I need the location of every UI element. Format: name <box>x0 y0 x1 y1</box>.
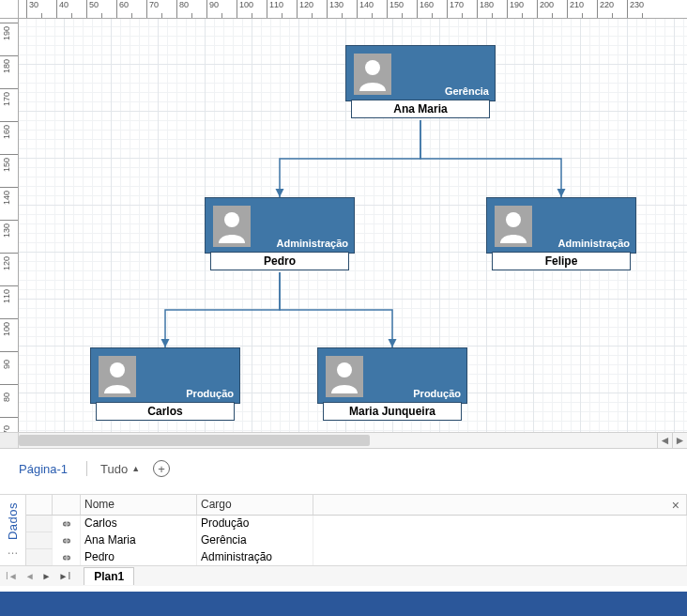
ruler-h-tick: 90 <box>206 0 219 19</box>
ruler-v-tick: 90 <box>0 351 19 352</box>
svg-point-2 <box>506 212 521 227</box>
org-node-body: Gerência <box>345 45 496 101</box>
sheet-nav-bar: I◄ ◄ ► ►I Plan1 <box>26 565 687 586</box>
ruler-v-tick: 120 <box>0 253 19 254</box>
ruler-v-tick: 100 <box>0 318 19 319</box>
avatar-icon <box>354 54 391 95</box>
link-icon <box>53 516 81 532</box>
connector[interactable] <box>280 120 420 197</box>
ruler-h-tick: 30 <box>26 0 38 19</box>
header-spacer <box>26 495 53 515</box>
ruler-v-tick: 110 <box>0 285 19 286</box>
ruler-h-tick: 150 <box>387 0 404 19</box>
data-panel-title: Dados <box>6 502 20 540</box>
cell-nome: Carlos <box>81 516 197 532</box>
cell-empty <box>313 516 687 532</box>
page-tab-bar: Página-1 Tudo ▲ + <box>13 455 687 482</box>
org-node-dept: Gerência <box>445 85 489 97</box>
header-spacer <box>313 495 687 515</box>
scrollbar-arrow-right[interactable]: ► <box>672 433 687 448</box>
connector[interactable] <box>420 120 561 197</box>
org-node-dept: Produção <box>186 388 234 399</box>
org-node-dept: Administração <box>277 238 348 249</box>
scrollbar-arrow-left[interactable]: ◄ <box>657 433 672 448</box>
org-node-name: Maria Junqueira <box>323 402 462 421</box>
org-node-name: Carlos <box>96 402 235 421</box>
ruler-h-tick: 110 <box>267 0 283 19</box>
org-node-felipe[interactable]: AdministraçãoFelipe <box>486 197 636 270</box>
data-panel-main: Nome Cargo CarlosProduçãoAna MariaGerênc… <box>26 495 687 586</box>
ruler-v-tick: 190 <box>0 23 19 23</box>
org-node-name: Pedro <box>210 252 349 270</box>
add-page-button[interactable]: + <box>153 460 170 477</box>
filter-dropdown[interactable]: Tudo ▲ <box>100 462 140 476</box>
svg-point-4 <box>337 362 352 377</box>
ruler-v-tick: 70 <box>0 417 19 418</box>
avatar-icon <box>495 206 532 247</box>
ruler-v-tick: 170 <box>0 88 19 89</box>
cell-cargo: Gerência <box>197 532 313 549</box>
ruler-v-tick: 80 <box>0 384 19 385</box>
svg-point-3 <box>110 362 125 377</box>
ruler-h-tick: 220 <box>597 0 614 19</box>
sheet-tab[interactable]: Plan1 <box>84 567 134 585</box>
org-node-body: Produção <box>90 347 240 404</box>
cell-cargo: Produção <box>197 516 313 532</box>
ruler-h-tick: 40 <box>56 0 69 19</box>
table-row[interactable]: CarlosProdução <box>26 516 687 532</box>
ruler-v-tick: 150 <box>0 154 19 155</box>
row-handle[interactable] <box>26 532 53 549</box>
scrollbar-thumb[interactable] <box>19 435 370 446</box>
ruler-h-tick: 160 <box>417 0 434 19</box>
ruler-h-tick: 130 <box>327 0 344 19</box>
row-handle[interactable] <box>26 516 53 532</box>
org-node-body: Administração <box>486 197 636 254</box>
table-row[interactable]: Ana MariaGerência <box>26 532 687 549</box>
filter-label: Tudo <box>100 462 128 476</box>
nav-next-icon[interactable]: ► <box>42 571 52 581</box>
separator <box>86 461 87 476</box>
org-node-ana[interactable]: GerênciaAna Maria <box>345 45 496 118</box>
ruler-h-tick: 120 <box>297 0 313 19</box>
nav-prev-icon[interactable]: ◄ <box>26 571 35 581</box>
svg-point-1 <box>224 212 239 227</box>
ruler-vertical: 190180170160150140130120110100908070 <box>0 19 19 449</box>
ruler-h-tick: 140 <box>357 0 374 19</box>
ruler-v-tick: 180 <box>0 55 19 56</box>
data-panel: Dados … Nome Cargo CarlosProduçãoAna Mar… <box>0 494 687 586</box>
close-icon[interactable]: × <box>672 498 679 513</box>
ruler-v-tick: 140 <box>0 187 19 188</box>
chevron-up-icon: ▲ <box>131 464 140 473</box>
cell-empty <box>313 549 687 566</box>
row-handle[interactable] <box>26 549 53 566</box>
status-bar <box>0 592 687 616</box>
cell-nome: Ana Maria <box>81 532 197 549</box>
column-header-nome[interactable]: Nome <box>81 495 197 515</box>
nav-last-icon[interactable]: ►I <box>59 571 71 581</box>
ruler-h-tick: 230 <box>627 0 644 19</box>
column-header-cargo[interactable]: Cargo <box>197 495 313 515</box>
cell-nome: Pedro <box>81 549 197 566</box>
data-grid-header: Nome Cargo <box>26 495 687 516</box>
link-icon <box>53 549 81 566</box>
scrollbar-corner <box>0 433 19 448</box>
avatar-icon <box>213 206 251 247</box>
horizontal-scrollbar[interactable]: ◄ ► <box>0 432 687 449</box>
org-node-body: Produção <box>317 347 467 404</box>
org-node-carlos[interactable]: ProduçãoCarlos <box>90 347 240 421</box>
drawing-surface[interactable]: GerênciaAna MariaAdministraçãoPedroAdmin… <box>19 19 687 449</box>
connector[interactable] <box>165 272 280 347</box>
connector[interactable] <box>280 272 392 347</box>
org-node-maria[interactable]: ProduçãoMaria Junqueira <box>317 347 467 421</box>
ruler-h-tick: 70 <box>146 0 159 19</box>
table-row[interactable]: PedroAdministração <box>26 549 687 566</box>
ruler-h-tick: 50 <box>86 0 99 19</box>
link-icon <box>53 532 81 549</box>
org-node-dept: Produção <box>413 388 461 399</box>
canvas-area: 3040506070809010011012013014015016017018… <box>0 0 687 449</box>
scrollbar-track[interactable] <box>19 433 657 448</box>
org-node-pedro[interactable]: AdministraçãoPedro <box>205 197 355 270</box>
page-tab-active[interactable]: Página-1 <box>13 458 73 480</box>
ruler-h-tick: 100 <box>237 0 253 19</box>
ruler-corner <box>0 0 19 19</box>
